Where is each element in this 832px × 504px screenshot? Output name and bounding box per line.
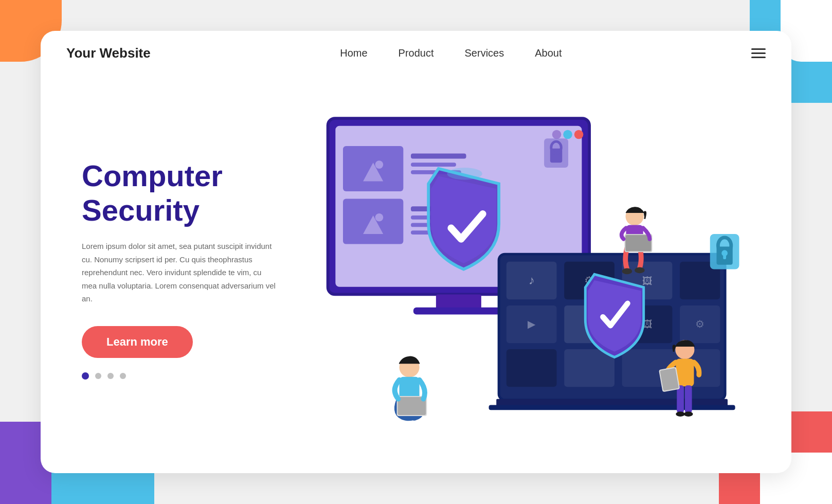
svg-text:▶: ▶ — [528, 318, 536, 330]
header: Your Website Home Product Services About — [41, 31, 791, 76]
dot-1[interactable] — [82, 372, 89, 380]
svg-point-2 — [552, 130, 562, 139]
dot-2[interactable] — [95, 373, 101, 379]
nav-item-services[interactable]: Services — [465, 47, 504, 59]
nav-item-home[interactable]: Home — [340, 47, 367, 59]
dot-4[interactable] — [120, 373, 126, 379]
svg-rect-48 — [723, 254, 726, 259]
svg-text:♪: ♪ — [529, 274, 535, 287]
svg-rect-62 — [685, 385, 692, 413]
svg-point-63 — [676, 411, 685, 417]
svg-text:⚙: ⚙ — [695, 318, 704, 330]
svg-point-4 — [574, 130, 584, 139]
learn-more-button[interactable]: Learn more — [82, 326, 193, 358]
hamburger-line — [751, 48, 766, 50]
svg-point-7 — [375, 160, 384, 169]
svg-rect-43 — [489, 405, 735, 410]
illustration-svg: ♪ ⚙ 🖼 ▶ 🖼 ⚙ — [298, 86, 750, 453]
svg-rect-22 — [413, 308, 504, 315]
main-content: Computer Security Lorem ipsum dolor sit … — [41, 76, 791, 473]
site-logo: Your Website — [66, 45, 151, 61]
svg-rect-8 — [411, 154, 466, 159]
hero-title-line2: Security — [82, 193, 200, 227]
hero-left-panel: Computer Security Lorem ipsum dolor sit … — [82, 159, 298, 380]
svg-point-13 — [375, 213, 384, 222]
svg-point-64 — [684, 411, 693, 417]
hero-illustration: ♪ ⚙ 🖼 ▶ 🖼 ⚙ — [298, 86, 750, 453]
hamburger-line — [751, 57, 766, 58]
svg-rect-39 — [507, 349, 557, 387]
svg-text:🖼: 🖼 — [642, 275, 653, 286]
svg-rect-58 — [626, 235, 652, 251]
svg-point-56 — [635, 267, 645, 274]
pagination-dots — [82, 372, 298, 380]
hamburger-menu-button[interactable] — [751, 48, 766, 58]
hero-title-line1: Computer — [82, 159, 223, 192]
svg-point-3 — [563, 130, 572, 139]
svg-rect-21 — [436, 294, 481, 309]
hamburger-line — [751, 52, 766, 54]
svg-rect-61 — [677, 385, 684, 413]
svg-rect-9 — [411, 163, 456, 167]
hero-description: Lorem ipsum dolor sit amet, sea putant s… — [82, 240, 277, 305]
navigation: Home Product Services About — [340, 47, 562, 59]
svg-point-55 — [622, 268, 632, 275]
dot-3[interactable] — [107, 373, 114, 379]
nav-item-about[interactable]: About — [535, 47, 562, 59]
hero-title: Computer Security — [82, 159, 298, 227]
svg-point-23 — [447, 168, 482, 179]
nav-item-product[interactable]: Product — [399, 47, 434, 59]
main-card: Your Website Home Product Services About… — [41, 31, 791, 473]
